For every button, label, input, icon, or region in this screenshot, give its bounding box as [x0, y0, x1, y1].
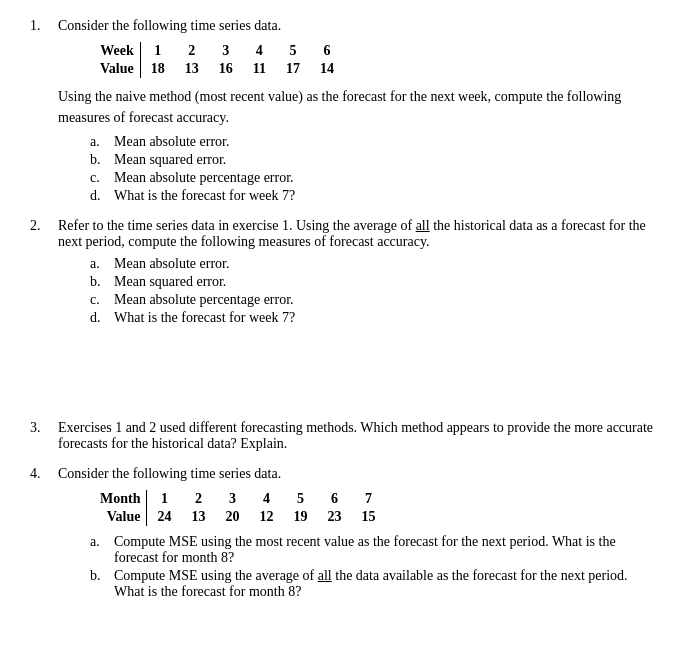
value-label: Value: [90, 60, 140, 78]
list-item: b. Mean squared error.: [90, 152, 661, 168]
sub-label-a: a.: [90, 134, 110, 150]
month-6: 6: [317, 490, 351, 508]
sub-text-a: Mean absolute error.: [114, 134, 661, 150]
table-row: Value 24 13 20 12 19 23 15: [90, 508, 385, 526]
week-3: 3: [209, 42, 243, 60]
list-item: c. Mean absolute percentage error.: [90, 170, 661, 186]
week-1: 1: [140, 42, 175, 60]
q2-intro-block: 2. Refer to the time series data in exer…: [30, 218, 661, 250]
list-item: a. Mean absolute error.: [90, 134, 661, 150]
sub-text-d: What is the forecast for week 7?: [114, 310, 661, 326]
table-row: Value 18 13 16 11 17 14: [90, 60, 344, 78]
sub-text-b: Compute MSE using the average of all the…: [114, 568, 661, 600]
sub-label-c: c.: [90, 292, 110, 308]
question-3: 3. Exercises 1 and 2 used different fore…: [30, 420, 661, 452]
sub-label-b: b.: [90, 152, 110, 168]
mval-7: 15: [351, 508, 385, 526]
sub-text-d: What is the forecast for week 7?: [114, 188, 661, 204]
q3-block: 3. Exercises 1 and 2 used different fore…: [30, 420, 661, 452]
val-5: 17: [276, 60, 310, 78]
sub-text-b: Mean squared error.: [114, 274, 661, 290]
month-5: 5: [283, 490, 317, 508]
q4-table: Month 1 2 3 4 5 6 7 Value 24 13 20 12 19…: [90, 490, 385, 526]
list-item: d. What is the forecast for week 7?: [90, 188, 661, 204]
q1-number: 1.: [30, 18, 58, 34]
list-item: d. What is the forecast for week 7?: [90, 310, 661, 326]
month-label: Month: [90, 490, 147, 508]
list-item: b. Compute MSE using the average of all …: [90, 568, 661, 600]
sub-text-b: Mean squared error.: [114, 152, 661, 168]
mval-1: 24: [147, 508, 182, 526]
q1-subitems: a. Mean absolute error. b. Mean squared …: [90, 134, 661, 204]
list-item: a. Compute MSE using the most recent val…: [90, 534, 661, 566]
list-item: b. Mean squared error.: [90, 274, 661, 290]
week-label: Week: [90, 42, 140, 60]
sub-label-d: d.: [90, 310, 110, 326]
val-2: 13: [175, 60, 209, 78]
sub-label-d: d.: [90, 188, 110, 204]
q2-number: 2.: [30, 218, 58, 250]
val-3: 16: [209, 60, 243, 78]
mval-6: 23: [317, 508, 351, 526]
mval-3: 20: [215, 508, 249, 526]
val-4: 11: [243, 60, 276, 78]
week-6: 6: [310, 42, 344, 60]
mval-2: 13: [181, 508, 215, 526]
mval-5: 19: [283, 508, 317, 526]
week-4: 4: [243, 42, 276, 60]
q4-subitems: a. Compute MSE using the most recent val…: [90, 534, 661, 600]
month-3: 3: [215, 490, 249, 508]
q1-paragraph: Using the naive method (most recent valu…: [58, 86, 661, 128]
q4-intro: Consider the following time series data.: [58, 466, 661, 482]
q2-intro: Refer to the time series data in exercis…: [58, 218, 661, 250]
sub-label-c: c.: [90, 170, 110, 186]
month-4: 4: [249, 490, 283, 508]
list-item: c. Mean absolute percentage error.: [90, 292, 661, 308]
mval-4: 12: [249, 508, 283, 526]
question-2: 2. Refer to the time series data in exer…: [30, 218, 661, 326]
table-row: Week 1 2 3 4 5 6: [90, 42, 344, 60]
week-5: 5: [276, 42, 310, 60]
list-item: a. Mean absolute error.: [90, 256, 661, 272]
q4-number: 4.: [30, 466, 58, 482]
sub-label-a: a.: [90, 256, 110, 272]
value-label: Value: [90, 508, 147, 526]
question-1: 1. Consider the following time series da…: [30, 18, 661, 204]
sub-text-a: Compute MSE using the most recent value …: [114, 534, 661, 566]
sub-label-a: a.: [90, 534, 110, 566]
table-row: Month 1 2 3 4 5 6 7: [90, 490, 385, 508]
q2-subitems: a. Mean absolute error. b. Mean squared …: [90, 256, 661, 326]
sub-label-b: b.: [90, 568, 110, 600]
sub-label-b: b.: [90, 274, 110, 290]
val-6: 14: [310, 60, 344, 78]
q3-text: Exercises 1 and 2 used different forecas…: [58, 420, 661, 452]
month-7: 7: [351, 490, 385, 508]
sub-text-c: Mean absolute percentage error.: [114, 170, 661, 186]
sub-text-a: Mean absolute error.: [114, 256, 661, 272]
month-1: 1: [147, 490, 182, 508]
q1-intro: Consider the following time series data.: [58, 18, 661, 34]
vertical-spacer: [30, 340, 661, 420]
q1-table: Week 1 2 3 4 5 6 Value 18 13 16 11 17 14: [90, 42, 344, 78]
q1-intro-line: 1. Consider the following time series da…: [30, 18, 661, 34]
val-1: 18: [140, 60, 175, 78]
q4-intro-line: 4. Consider the following time series da…: [30, 466, 661, 482]
question-4: 4. Consider the following time series da…: [30, 466, 661, 600]
sub-text-c: Mean absolute percentage error.: [114, 292, 661, 308]
month-2: 2: [181, 490, 215, 508]
week-2: 2: [175, 42, 209, 60]
q3-number: 3.: [30, 420, 58, 452]
